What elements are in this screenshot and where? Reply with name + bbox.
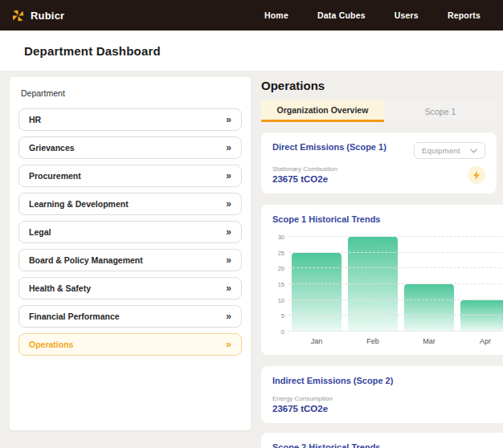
- x-tick-label-feb: Feb: [345, 337, 401, 345]
- sidebar-item-label: HR: [29, 115, 41, 124]
- double-chevron-icon: »: [226, 311, 231, 322]
- nav-link-data-cubes[interactable]: Data Cubes: [317, 10, 366, 20]
- chart-gridline: [288, 331, 503, 332]
- scope2-trends-card: Scope 2 Historical Trends: [261, 433, 503, 448]
- sidebar-item-procurement[interactable]: Procurement»: [18, 165, 242, 187]
- chart-gridline: [288, 236, 503, 237]
- equipment-dropdown-value: Equipment: [422, 146, 460, 155]
- tab-scope-1[interactable]: Scope 1: [384, 100, 497, 122]
- lightning-bolt-icon: [468, 166, 485, 184]
- sidebar-item-label: Board & Policy Management: [29, 255, 143, 265]
- equipment-dropdown[interactable]: Equipment: [414, 142, 485, 159]
- nav-links: HomeData CubesUsersReports: [264, 10, 481, 20]
- chart-y-axis: 051015202530: [272, 237, 288, 332]
- sidebar-item-list: HR»Grievances»Procurement»Learning & Dev…: [18, 108, 242, 356]
- sidebar-item-health-safety[interactable]: Health & Safety»: [18, 277, 242, 299]
- scope2-trends-title: Scope 2 Historical Trends: [272, 442, 503, 448]
- department-sidebar: Department HR»Grievances»Procurement»Lea…: [10, 77, 251, 430]
- indirect-emissions-card: Indirect Emissions (Scope 2) Energy Cons…: [261, 366, 503, 423]
- nav-link-users[interactable]: Users: [395, 10, 419, 20]
- direct-emissions-card: Direct Emissions (Scope 1) Equipment Sta…: [261, 132, 497, 193]
- chart-gridline: [288, 252, 503, 253]
- sidebar-item-legal[interactable]: Legal»: [18, 221, 242, 243]
- sidebar-item-label: Financial Performance: [29, 312, 120, 321]
- double-chevron-icon: »: [226, 114, 231, 125]
- double-chevron-icon: »: [226, 226, 231, 238]
- sidebar-item-label: Procurement: [29, 171, 81, 181]
- y-tick-label: 30: [278, 234, 284, 241]
- chevron-down-icon: [470, 149, 477, 153]
- indirect-emissions-title: Indirect Emissions (Scope 2): [272, 376, 503, 385]
- sidebar-item-operations[interactable]: Operations»: [18, 333, 242, 356]
- sidebar-item-financial-performance[interactable]: Financial Performance»: [18, 305, 242, 328]
- sidebar-item-label: Operations: [29, 340, 73, 349]
- nav-link-reports[interactable]: Reports: [448, 10, 481, 20]
- scope1-trends-title: Scope 1 Historical Trends: [272, 214, 503, 224]
- brand-logo[interactable]: Rubicr: [11, 9, 64, 22]
- y-tick-label: 20: [278, 265, 284, 272]
- page-header: Department Dashboard: [0, 31, 503, 71]
- y-tick-label: 10: [278, 296, 284, 303]
- x-tick-label-apr: Apr: [457, 337, 503, 345]
- double-chevron-icon: »: [226, 283, 231, 294]
- sidebar-item-hr[interactable]: HR»: [18, 108, 242, 131]
- double-chevron-icon: »: [226, 170, 231, 181]
- x-tick-label-jan: Jan: [288, 337, 345, 345]
- y-tick-label: 15: [278, 281, 284, 288]
- direct-metric-value: 23675 tCO2e: [272, 174, 337, 184]
- y-tick-label: 5: [281, 312, 284, 320]
- pinwheel-logo-icon: [11, 9, 25, 22]
- bar-jan: [292, 253, 341, 332]
- double-chevron-icon: »: [226, 255, 231, 266]
- chart-gridline: [288, 315, 503, 316]
- double-chevron-icon: »: [226, 339, 231, 350]
- y-tick-label: 0: [281, 328, 284, 336]
- chart-gridline: [288, 283, 503, 284]
- scope1-trends-card: Scope 1 Historical Trends 051015202530 J…: [261, 205, 503, 355]
- x-tick-label-mar: Mar: [401, 337, 457, 345]
- content-area: Department HR»Grievances»Procurement»Lea…: [0, 71, 503, 448]
- chart-gridline: [288, 299, 503, 300]
- chart-gridline: [288, 267, 503, 268]
- brand-name: Rubicr: [31, 10, 64, 22]
- sidebar-item-grievances[interactable]: Grievances»: [18, 136, 242, 159]
- tab-bar: Organization OverviewScope 1: [261, 100, 497, 122]
- direct-emissions-title: Direct Emissions (Scope 1): [272, 142, 386, 152]
- sidebar-item-label: Health & Safety: [29, 283, 91, 293]
- operations-panel: Operations Organization OverviewScope 1 …: [261, 77, 503, 448]
- y-tick-label: 25: [278, 249, 284, 256]
- chart-x-axis: JanFebMarApr: [288, 332, 503, 345]
- sidebar-item-board-policy-management[interactable]: Board & Policy Management»: [18, 249, 242, 271]
- operations-heading: Operations: [261, 79, 503, 92]
- scope1-bar-chart: 051015202530: [272, 237, 503, 332]
- chart-plot-area: [288, 237, 503, 332]
- double-chevron-icon: »: [226, 198, 231, 210]
- direct-metric-label: Stationary Combustion: [272, 165, 337, 173]
- sidebar-item-label: Grievances: [29, 143, 75, 153]
- double-chevron-icon: »: [226, 142, 231, 153]
- top-navbar: Rubicr HomeData CubesUsersReports: [0, 0, 503, 31]
- tab-organization-overview[interactable]: Organization Overview: [261, 100, 384, 122]
- sidebar-label: Department: [21, 88, 242, 98]
- bar-mar: [404, 284, 454, 332]
- sidebar-item-learning-development[interactable]: Learning & Development»: [18, 193, 242, 215]
- indirect-metric-value: 23675 tCO2e: [272, 404, 503, 413]
- sidebar-item-label: Legal: [29, 227, 51, 237]
- page-title: Department Dashboard: [24, 44, 161, 58]
- nav-link-home[interactable]: Home: [264, 10, 288, 20]
- sidebar-item-label: Learning & Development: [29, 199, 129, 209]
- indirect-metric-label: Energy Consumption: [272, 395, 503, 402]
